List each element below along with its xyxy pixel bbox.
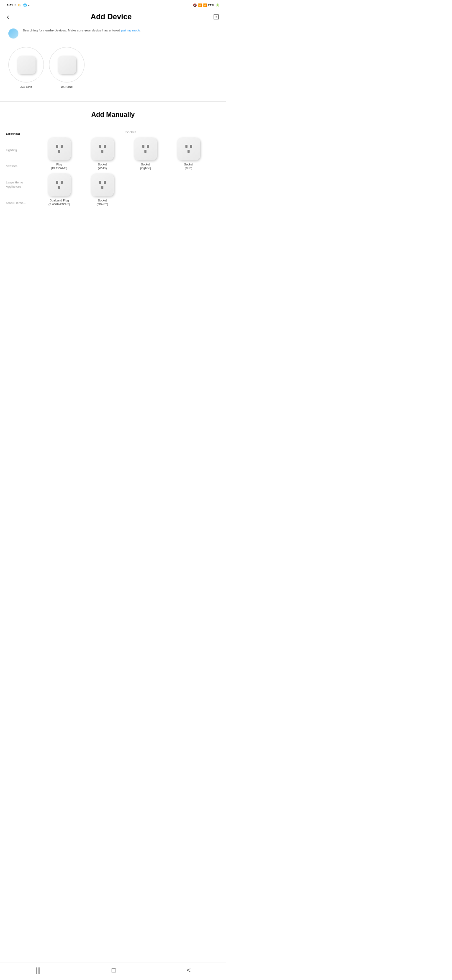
- socket-hole-bottom: [144, 150, 146, 153]
- list-item[interactable]: AC Unit: [49, 47, 85, 89]
- socket-hole: [56, 181, 58, 184]
- socket-hole: [104, 145, 106, 148]
- socket-hole-bottom: [58, 186, 60, 189]
- search-animation-icon: [8, 28, 18, 39]
- device-label: AC Unit: [21, 85, 32, 89]
- socket-holes-graphic: [99, 145, 106, 153]
- socket-hole: [104, 181, 106, 184]
- socket-hole: [56, 145, 58, 148]
- socket-hole-bottom: [187, 150, 190, 153]
- search-notice: Searching for nearby devices. Make sure …: [0, 26, 226, 44]
- status-time: 8:01: [7, 3, 13, 7]
- devices-row: Plug(BLE+Wi-Fi) Socket(Wi-Fi): [39, 137, 222, 211]
- pairing-mode-link[interactable]: pairing mode: [121, 28, 140, 32]
- category-content: Socket Plug(BLE+Wi-Fi): [38, 126, 226, 211]
- device-label: Socket(NB-IoT): [97, 199, 108, 206]
- mute-icon: 🔇: [193, 3, 197, 7]
- list-item[interactable]: Socket(BLE): [169, 137, 208, 170]
- signal-icon: 📶: [203, 3, 207, 7]
- battery-icon: 🔋: [216, 3, 219, 7]
- ac-unit-icon: [58, 56, 76, 74]
- status-bar: 8:01  ⛅ 🌐 • 🔇 📶 📶 21% 🔋: [0, 0, 226, 9]
- socket-holes-graphic: [56, 181, 63, 189]
- dualband-plug-icon: [48, 173, 71, 196]
- socket-hole: [99, 181, 101, 184]
- facebook-icon: : [15, 3, 16, 7]
- subcategory-title: Socket: [39, 126, 222, 137]
- socket-hole-bottom: [58, 150, 60, 153]
- sidebar-item-electrical[interactable]: Electrical: [0, 126, 38, 142]
- add-manually-title: Add Manually: [0, 102, 226, 126]
- list-item[interactable]: Socket(Zigbee): [126, 137, 165, 170]
- search-text: Searching for nearby devices. Make sure …: [23, 28, 141, 33]
- device-icon-circle: [8, 47, 44, 83]
- sidebar-item-lighting[interactable]: Lighting: [0, 142, 38, 159]
- socket-hole-bottom: [101, 186, 103, 189]
- device-label: Socket(Wi-Fi): [98, 162, 107, 170]
- sidebar-item-small-home[interactable]: Small Home...: [0, 195, 38, 211]
- socket-nbiot-icon: [91, 173, 114, 196]
- socket-hole: [61, 181, 63, 184]
- socket-hole: [190, 145, 192, 148]
- globe-icon: 🌐: [23, 3, 27, 7]
- categories-sidebar: Electrical Lighting Sensors Large Home A…: [0, 126, 38, 211]
- socket-holes-graphic: [99, 181, 106, 189]
- device-icon-circle: [49, 47, 85, 83]
- device-label: Dualband Plug(2.4GHz&5GHz): [49, 199, 70, 206]
- socket-holes-graphic: [185, 145, 192, 153]
- socket-hole: [185, 145, 187, 148]
- sidebar-item-large-home[interactable]: Large Home Appliances: [0, 175, 38, 195]
- socket-hole-bottom: [101, 150, 103, 153]
- sidebar-item-sensors[interactable]: Sensors: [0, 158, 38, 175]
- device-label: Socket(Zigbee): [140, 162, 151, 170]
- list-item[interactable]: Socket(NB-IoT): [82, 173, 122, 206]
- list-item[interactable]: Dualband Plug(2.4GHz&5GHz): [39, 173, 79, 206]
- socket-wifi-icon: [91, 137, 114, 160]
- search-text-suffix: .: [141, 28, 141, 32]
- status-right: 🔇 📶 📶 21% 🔋: [193, 3, 219, 7]
- socket-hole: [147, 145, 149, 148]
- device-label: Socket(BLE): [184, 162, 193, 170]
- list-item[interactable]: AC Unit: [8, 47, 44, 89]
- wifi-icon: 📶: [198, 3, 202, 7]
- device-label: AC Unit: [61, 85, 73, 89]
- dot-icon: •: [28, 3, 30, 7]
- device-label: Plug(BLE+Wi-Fi): [51, 162, 67, 170]
- socket-hole: [61, 145, 63, 148]
- discovered-devices: AC Unit AC Unit: [0, 44, 226, 101]
- weather-icon: ⛅: [18, 3, 21, 7]
- ac-unit-icon: [17, 56, 36, 74]
- socket-zigbee-icon: [134, 137, 157, 160]
- plug-ble-wifi-icon: [48, 137, 71, 160]
- socket-hole: [99, 145, 101, 148]
- list-item[interactable]: Plug(BLE+Wi-Fi): [39, 137, 79, 170]
- socket-ble-icon: [177, 137, 200, 160]
- search-text-main: Searching for nearby devices. Make sure …: [23, 28, 121, 32]
- socket-hole: [142, 145, 144, 148]
- page-header: ‹ Add Device ⊡: [0, 9, 226, 26]
- socket-holes-graphic: [142, 145, 149, 153]
- page-title: Add Device: [90, 13, 131, 21]
- manual-section: Electrical Lighting Sensors Large Home A…: [0, 126, 226, 224]
- scan-button[interactable]: ⊡: [213, 12, 219, 21]
- socket-holes-graphic: [56, 145, 63, 153]
- back-button[interactable]: ‹: [7, 13, 9, 21]
- battery-text: 21%: [208, 3, 214, 7]
- list-item[interactable]: Socket(Wi-Fi): [82, 137, 122, 170]
- status-left: 8:01  ⛅ 🌐 •: [7, 3, 29, 7]
